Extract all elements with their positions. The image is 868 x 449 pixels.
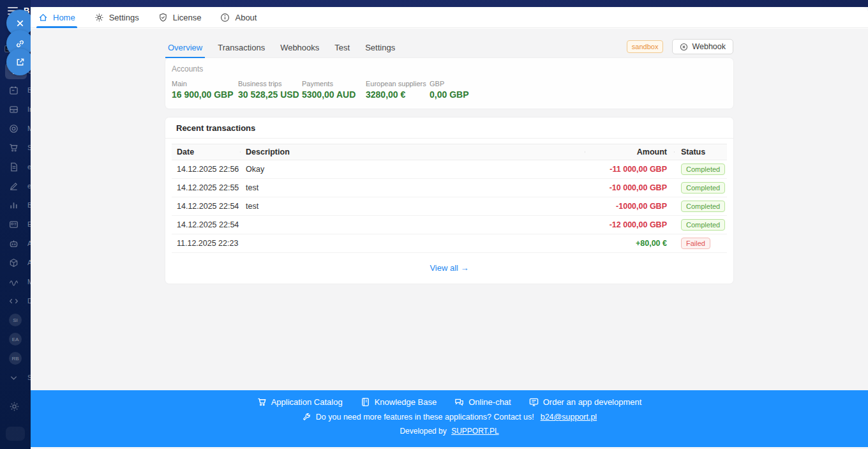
sandbox-badge: sandbox — [627, 40, 664, 53]
inventory-icon — [9, 105, 19, 114]
nav-item-license[interactable]: License — [158, 7, 202, 28]
chevron-down-icon — [9, 373, 19, 383]
footer-link-knowledge-base[interactable]: Knowledge Base — [361, 397, 437, 407]
transaction-amount: -11 000,00 GBP — [585, 165, 675, 174]
transaction-amount: -10 000,00 GBP — [585, 183, 675, 192]
support-footer: Application Catalog Knowledge Base Onlin… — [31, 390, 868, 447]
sidebar-item-ai[interactable]: A — [0, 234, 31, 253]
col-amount: Amount — [585, 148, 675, 156]
cart-icon — [257, 397, 267, 407]
table-row[interactable]: 14.12.2025 22:55 test -10 000,00 GBP Com… — [172, 179, 727, 197]
account-main: Main 16 900,00 GBP — [172, 80, 238, 100]
table-row[interactable]: 14.12.2025 22:54 -12 000,00 GBP Complete… — [172, 216, 727, 234]
close-icon — [15, 19, 25, 28]
box-icon — [9, 258, 19, 268]
tab-settings[interactable]: Settings — [363, 43, 398, 58]
nav-label: Home — [53, 13, 75, 22]
transaction-description: test — [241, 183, 585, 192]
sidebar-item-employees[interactable]: E — [0, 215, 31, 234]
target-icon — [9, 124, 19, 133]
footer-link-order-app-development[interactable]: Order an app development — [529, 397, 642, 407]
code-icon — [9, 296, 19, 306]
card-icon — [9, 220, 19, 229]
sidebar-item-sales[interactable]: S — [0, 138, 31, 157]
table-row[interactable]: 14.12.2025 22:56 Okay -11 000,00 GBP Com… — [172, 160, 727, 179]
wrench-icon — [302, 413, 311, 422]
open-new-window-button[interactable] — [6, 49, 33, 75]
status-badge: Failed — [681, 238, 710, 249]
table-row[interactable]: 11.12.2025 22:23 +80,00 € Failed — [172, 234, 727, 253]
tab-overview[interactable]: Overview — [165, 43, 205, 58]
sidebar-item-apps[interactable]: A — [0, 253, 31, 272]
bar-chart-icon — [9, 201, 19, 210]
info-icon — [220, 13, 230, 22]
transaction-date: 14.12.2025 22:54 — [172, 202, 241, 211]
footer-contact-email-link[interactable]: b24@support.pl — [541, 413, 597, 422]
book-icon — [361, 397, 370, 407]
sidebar-item-rb-app[interactable]: RB R — [0, 349, 31, 368]
sidebar-item-show-more[interactable]: S — [0, 368, 31, 387]
shield-check-icon — [158, 13, 168, 22]
transaction-date: 14.12.2025 22:54 — [172, 220, 241, 229]
wave-icon — [9, 277, 19, 287]
view-all-link[interactable]: View all → — [430, 263, 468, 273]
avatar-rb: RB — [9, 352, 22, 365]
transaction-description: test — [241, 202, 585, 211]
gear-icon — [94, 13, 104, 22]
gear-icon — [9, 401, 20, 412]
footer-link-application-catalog[interactable]: Application Catalog — [257, 397, 343, 407]
accounts-title: Accounts — [172, 65, 727, 73]
app-slider-panel: Home Settings License About Overview Tra… — [31, 7, 868, 390]
account-payments: Payments 5300,00 AUD — [302, 80, 366, 100]
sidebar-item-bookings[interactable]: B — [0, 80, 31, 100]
robot-icon — [9, 239, 19, 248]
webhook-button[interactable]: Webhook — [672, 39, 733, 54]
sidebar-item-esign-pen[interactable]: e — [0, 176, 31, 195]
monitor-icon — [529, 397, 539, 407]
cart-icon — [9, 143, 19, 153]
nav-label: Settings — [109, 13, 139, 22]
developed-by-label: Developed by — [400, 427, 446, 436]
sidebar-item-esign-doc[interactable]: e — [0, 157, 31, 176]
sidebar-item-inventory[interactable]: In — [0, 100, 31, 119]
avatar-si: SI — [9, 314, 22, 326]
external-link-icon — [15, 57, 25, 67]
col-date: Date — [172, 148, 241, 156]
transaction-date: 11.12.2025 22:23 — [172, 239, 241, 248]
tab-test[interactable]: Test — [332, 43, 352, 58]
sidebar-item-ea-app[interactable]: EA E — [0, 330, 31, 349]
sidebar-footer-blob — [6, 427, 25, 441]
background-top-strip — [31, 0, 868, 7]
sidebar-item-marketing[interactable]: M — [0, 119, 31, 138]
nav-item-home[interactable]: Home — [38, 7, 75, 28]
sidebar-item-si-app[interactable]: SI S — [0, 310, 31, 330]
col-description: Description — [241, 148, 585, 156]
account-gbp: GBP 0,00 GBP — [430, 80, 493, 100]
calendar-icon — [9, 86, 19, 95]
sidebar-settings[interactable] — [9, 401, 20, 415]
circle-x-icon — [680, 43, 688, 51]
developer-link[interactable]: SUPPORT.PL — [451, 427, 498, 436]
chat-icon — [454, 397, 464, 407]
nav-item-settings[interactable]: Settings — [94, 7, 139, 28]
footer-link-online-chat[interactable]: Online-chat — [454, 397, 511, 407]
transaction-description: Okay — [241, 165, 585, 174]
sidebar-item-market[interactable]: M — [0, 272, 31, 291]
col-status: Status — [675, 148, 727, 156]
transaction-amount: -12 000,00 GBP — [585, 220, 675, 229]
section-tabs: Overview Transactions Webhooks Test Sett… — [165, 29, 733, 58]
sidebar-item-bi[interactable]: B — [0, 195, 31, 215]
transaction-amount: -1000,00 GBP — [585, 202, 675, 211]
transaction-date: 14.12.2025 22:55 — [172, 183, 241, 192]
status-badge: Completed — [681, 182, 725, 194]
tab-webhooks[interactable]: Webhooks — [278, 43, 322, 58]
home-icon — [38, 13, 48, 22]
avatar-ea: EA — [9, 333, 22, 346]
table-row[interactable]: 14.12.2025 22:54 test -1000,00 GBP Compl… — [172, 197, 727, 216]
account-european-suppliers: European suppliers 3280,00 € — [366, 80, 430, 100]
link-icon — [15, 39, 25, 49]
sidebar-item-devops[interactable]: D — [0, 291, 31, 310]
nav-item-about[interactable]: About — [220, 7, 257, 28]
tab-transactions[interactable]: Transactions — [215, 43, 267, 58]
pen-icon — [9, 181, 19, 191]
